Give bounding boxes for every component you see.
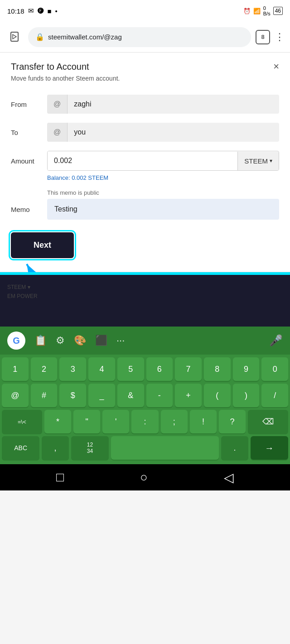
key-7[interactable]: 7 <box>175 357 202 381</box>
next-button[interactable]: Next <box>11 232 74 258</box>
home-icon[interactable]: ○ <box>140 470 148 485</box>
screen-icon[interactable]: ⬛ <box>95 335 107 346</box>
status-bar-right: ⏰ 📶 0B/s 46 <box>243 5 283 16</box>
wifi-icon: 📶 <box>253 8 261 14</box>
dark-overlay: STEEM ▾ EM POWER <box>0 272 290 327</box>
key-double-quote[interactable]: " <box>73 410 100 433</box>
to-input-wrapper: @ <box>47 123 279 142</box>
alarm-icon: ⏰ <box>243 8 251 14</box>
chevron-down-icon: ▾ <box>270 158 272 164</box>
overlay-line1: STEEM ▾ <box>7 284 283 290</box>
key-8[interactable]: 8 <box>204 357 231 381</box>
dot-icon: • <box>55 7 58 15</box>
key-underscore[interactable]: _ <box>88 384 115 407</box>
key-close-paren[interactable]: ) <box>233 384 260 407</box>
to-input[interactable] <box>68 123 279 142</box>
amount-row: Amount STEEM ▾ <box>11 151 279 171</box>
settings-icon[interactable]: ⚙ <box>56 335 65 346</box>
facebook-icon: 🅕 <box>38 7 44 14</box>
key-semicolon[interactable]: ; <box>161 410 188 433</box>
modal-subtitle: Move funds to another Steem account. <box>11 75 279 82</box>
from-label: From <box>11 101 47 108</box>
keyboard: 1 2 3 4 5 6 7 8 9 0 @ # $ _ & - + ( ) / … <box>0 355 290 464</box>
status-bar: 10:18 ✉ 🅕 ■ • ⏰ 📶 0B/s 46 <box>0 0 290 22</box>
battery-icon: 46 <box>273 7 283 15</box>
enter-key[interactable]: → <box>251 436 288 460</box>
key-period[interactable]: . <box>221 436 248 460</box>
modal-header: Transfer to Account × <box>11 62 279 72</box>
browser-back-icon[interactable] <box>5 28 24 46</box>
key-9[interactable]: 9 <box>233 357 260 381</box>
key-ampersand[interactable]: & <box>117 384 144 407</box>
key-exclamation[interactable]: ! <box>190 410 217 433</box>
key-plus[interactable]: + <box>175 384 202 407</box>
browser-url-bar[interactable]: 🔒 steemitwallet.com/@zag <box>28 27 251 47</box>
key-slash[interactable]: / <box>261 384 288 407</box>
time-display: 10:18 <box>7 7 24 15</box>
key-2[interactable]: 2 <box>31 357 58 381</box>
microphone-icon[interactable]: 🎤 <box>269 334 283 347</box>
key-6[interactable]: 6 <box>146 357 173 381</box>
currency-selector[interactable]: STEEM ▾ <box>237 152 279 170</box>
memo-input[interactable] <box>47 199 279 220</box>
data-speed: 0B/s <box>263 5 271 16</box>
key-numpad[interactable]: 1234 <box>71 436 109 460</box>
recent-apps-icon[interactable]: □ <box>56 470 64 485</box>
browser-menu[interactable]: ⋮ <box>275 31 285 43</box>
key-at[interactable]: @ <box>2 384 29 407</box>
backspace-key[interactable]: ⌫ <box>248 410 288 433</box>
keyboard-symbol-row-2: =\< * " ' : ; ! ? ⌫ <box>2 410 288 433</box>
space-key[interactable] <box>111 436 219 460</box>
cyan-top-bar <box>0 272 290 275</box>
tab-count[interactable]: 8 <box>256 30 270 44</box>
keyboard-toolbar: G 📋 ⚙ 🎨 ⬛ ··· 🎤 <box>0 327 290 355</box>
from-input-wrapper: @ <box>47 95 279 114</box>
key-minus[interactable]: - <box>146 384 173 407</box>
browser-bar: 🔒 steemitwallet.com/@zag 8 ⋮ <box>0 22 290 53</box>
key-single-quote[interactable]: ' <box>102 410 129 433</box>
svg-rect-0 <box>11 32 18 41</box>
overlay-line2: EM POWER <box>7 293 283 299</box>
lock-icon: 🔒 <box>35 33 44 41</box>
key-3[interactable]: 3 <box>59 357 86 381</box>
transfer-modal: Transfer to Account × Move funds to anot… <box>0 53 290 272</box>
nav-bar: □ ○ ◁ <box>0 464 290 490</box>
amount-input[interactable] <box>48 151 237 170</box>
balance-display: Balance: 0.002 STEEM <box>47 174 279 181</box>
modal-title: Transfer to Account <box>11 62 89 72</box>
more-icon[interactable]: ··· <box>116 335 125 346</box>
key-5[interactable]: 5 <box>117 357 144 381</box>
from-at-symbol: @ <box>47 95 68 114</box>
to-row: To @ <box>11 123 279 142</box>
memo-label: Memo <box>11 206 47 213</box>
back-nav-icon[interactable]: ◁ <box>224 470 234 485</box>
clipboard-icon[interactable]: 📋 <box>34 335 47 346</box>
to-at-symbol: @ <box>47 123 68 142</box>
palette-icon[interactable]: 🎨 <box>74 335 86 346</box>
key-comma[interactable]: , <box>42 436 69 460</box>
key-4[interactable]: 4 <box>88 357 115 381</box>
next-button-container: Next <box>11 232 74 258</box>
key-hash[interactable]: # <box>31 384 58 407</box>
key-dollar[interactable]: $ <box>59 384 86 407</box>
from-input[interactable] <box>68 95 279 114</box>
close-button[interactable]: × <box>273 62 279 72</box>
keyboard-symbol-row-1: @ # $ _ & - + ( ) / <box>2 384 288 407</box>
currency-label: STEEM <box>244 157 268 165</box>
to-label: To <box>11 129 47 136</box>
memo-row: Memo <box>11 199 279 220</box>
key-open-paren[interactable]: ( <box>204 384 231 407</box>
key-abc[interactable]: ABC <box>2 436 39 460</box>
key-asterisk[interactable]: * <box>44 410 71 433</box>
key-1[interactable]: 1 <box>2 357 29 381</box>
google-icon[interactable]: G <box>7 332 25 350</box>
keyboard-bottom-row: ABC , 1234 . → <box>2 436 288 460</box>
key-equals-backslash[interactable]: =\< <box>2 410 42 433</box>
status-bar-left: 10:18 ✉ 🅕 ■ • <box>7 7 58 15</box>
key-question[interactable]: ? <box>219 410 246 433</box>
memo-note: This memo is public <box>47 189 279 196</box>
key-0[interactable]: 0 <box>261 357 288 381</box>
from-row: From @ <box>11 95 279 114</box>
key-colon[interactable]: : <box>131 410 158 433</box>
keyboard-number-row: 1 2 3 4 5 6 7 8 9 0 <box>2 357 288 381</box>
